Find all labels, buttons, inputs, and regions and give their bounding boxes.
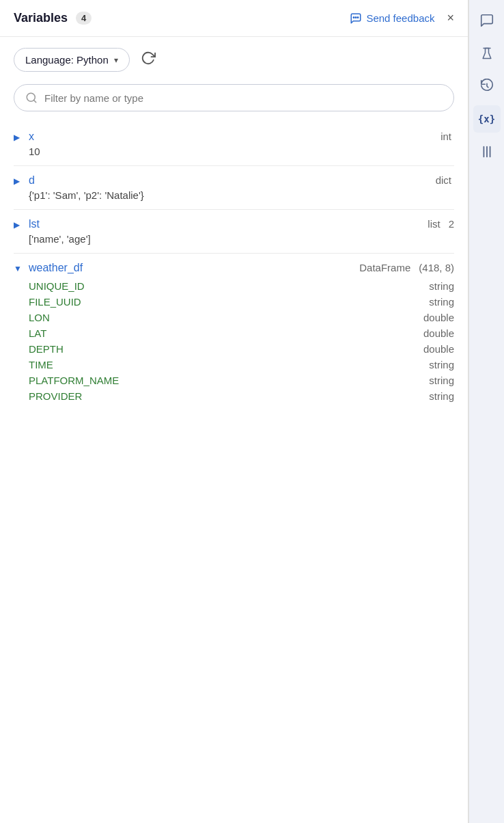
df-col-type-file-uuid: string: [429, 296, 454, 308]
svg-line-4: [33, 100, 36, 102]
variable-header-lst: ▶ lst list 2: [14, 211, 454, 232]
history-icon: [479, 79, 494, 94]
df-col-row-unique-id: UNIQUE_ID string: [29, 278, 454, 294]
toolbar: Language: Python ▾: [0, 37, 468, 77]
header: Variables 4 Send feedback ×: [0, 0, 468, 37]
df-col-type-provider: string: [429, 390, 454, 402]
variable-item-lst: ▶ lst list 2 ['name', 'age']: [14, 211, 454, 250]
df-col-name-unique-id: UNIQUE_ID: [29, 280, 85, 292]
search-icon: [25, 92, 38, 104]
main-panel: Variables 4 Send feedback × Language: Py…: [0, 0, 468, 823]
sidebar: {x}: [468, 0, 504, 823]
sidebar-icon-flask[interactable]: [473, 40, 501, 67]
df-col-name-file-uuid: FILE_UUID: [29, 296, 81, 308]
df-col-row-provider: PROVIDER string: [29, 388, 454, 404]
df-col-row-time: TIME string: [29, 357, 454, 373]
sidebar-icon-chat[interactable]: [473, 7, 501, 34]
df-col-name-time: TIME: [29, 359, 53, 370]
chevron-down-icon: ▾: [114, 55, 118, 65]
df-col-row-depth: DEPTH double: [29, 341, 454, 357]
df-col-name-platform-name: PLATFORM_NAME: [29, 375, 119, 386]
df-col-type-lon: double: [423, 312, 454, 323]
var-extra-weather-df: (418, 8): [419, 262, 454, 273]
var-value-lst: ['name', 'age']: [14, 232, 454, 250]
variable-item-weather-df: ▼ weather_df DataFrame (418, 8) UNIQUE_I…: [14, 255, 454, 409]
feedback-icon: [350, 12, 362, 25]
df-col-row-file-uuid: FILE_UUID string: [29, 294, 454, 310]
df-col-name-lat: LAT: [29, 327, 46, 339]
var-extra-lst: 2: [449, 218, 454, 230]
variable-item-x: ▶ x int 10: [14, 124, 454, 163]
var-name-weather-df[interactable]: weather_df: [29, 262, 354, 274]
expand-icon-x[interactable]: ▶: [14, 133, 23, 142]
svg-point-1: [354, 16, 355, 18]
search-bar: [14, 84, 454, 111]
panel-title: Variables: [14, 11, 68, 25]
var-type-x: int: [440, 131, 451, 142]
expand-icon-weather-df[interactable]: ▼: [14, 264, 23, 273]
df-col-type-time: string: [429, 359, 454, 370]
divider-1: [14, 165, 454, 166]
variables-icon: {x}: [478, 113, 495, 124]
df-col-row-platform-name: PLATFORM_NAME string: [29, 373, 454, 388]
df-col-type-platform-name: string: [429, 375, 454, 386]
df-col-type-unique-id: string: [429, 280, 454, 292]
df-col-name-provider: PROVIDER: [29, 390, 82, 402]
flask-icon: [480, 46, 494, 61]
var-name-d[interactable]: d: [29, 174, 430, 187]
variable-item-d: ▶ d dict {'p1': 'Sam', 'p2': 'Natalie'}: [14, 167, 454, 206]
sidebar-icon-variables[interactable]: {x}: [473, 105, 501, 133]
df-col-type-depth: double: [423, 343, 454, 355]
df-col-name-lon: LON: [29, 312, 50, 323]
send-feedback-button[interactable]: Send feedback: [350, 12, 434, 25]
df-columns: UNIQUE_ID string FILE_UUID string LON do…: [14, 275, 454, 409]
divider-2: [14, 209, 454, 210]
search-bar-wrapper: [0, 77, 468, 118]
send-feedback-label: Send feedback: [366, 12, 434, 24]
variable-header-x: ▶ x int: [14, 124, 454, 144]
df-col-row-lon: LON double: [29, 310, 454, 325]
variable-header-weather-df: ▼ weather_df DataFrame (418, 8): [14, 255, 454, 275]
search-input[interactable]: [44, 92, 443, 104]
var-type-lst: list: [428, 218, 440, 230]
divider-3: [14, 253, 454, 254]
df-col-row-lat: LAT double: [29, 325, 454, 341]
chart-icon: [479, 144, 494, 159]
variables-list: ▶ x int 10 ▶ d dict {'p1': 'Sam', 'p2': …: [0, 118, 468, 823]
refresh-icon: [141, 51, 156, 66]
language-label: Language: Python: [25, 54, 109, 66]
sidebar-icon-chart[interactable]: [473, 138, 501, 165]
var-type-d: dict: [436, 174, 451, 186]
expand-icon-d[interactable]: ▶: [14, 176, 23, 186]
var-name-x[interactable]: x: [29, 131, 435, 143]
df-col-type-lat: double: [423, 327, 454, 339]
close-button[interactable]: ×: [447, 11, 454, 25]
var-type-weather-df: DataFrame: [359, 262, 410, 273]
df-col-name-depth: DEPTH: [29, 343, 64, 355]
variable-count-badge: 4: [76, 12, 92, 25]
variable-header-d: ▶ d dict: [14, 167, 454, 188]
refresh-button[interactable]: [138, 48, 158, 72]
sidebar-icon-history[interactable]: [473, 72, 501, 100]
svg-point-0: [356, 16, 357, 18]
language-selector[interactable]: Language: Python ▾: [14, 48, 130, 72]
var-value-d: {'p1': 'Sam', 'p2': 'Natalie'}: [14, 188, 454, 206]
expand-icon-lst[interactable]: ▶: [14, 220, 23, 230]
var-value-x: 10: [14, 144, 454, 163]
svg-point-2: [358, 16, 359, 18]
chat-icon: [479, 13, 494, 28]
var-name-lst[interactable]: lst: [29, 218, 422, 230]
